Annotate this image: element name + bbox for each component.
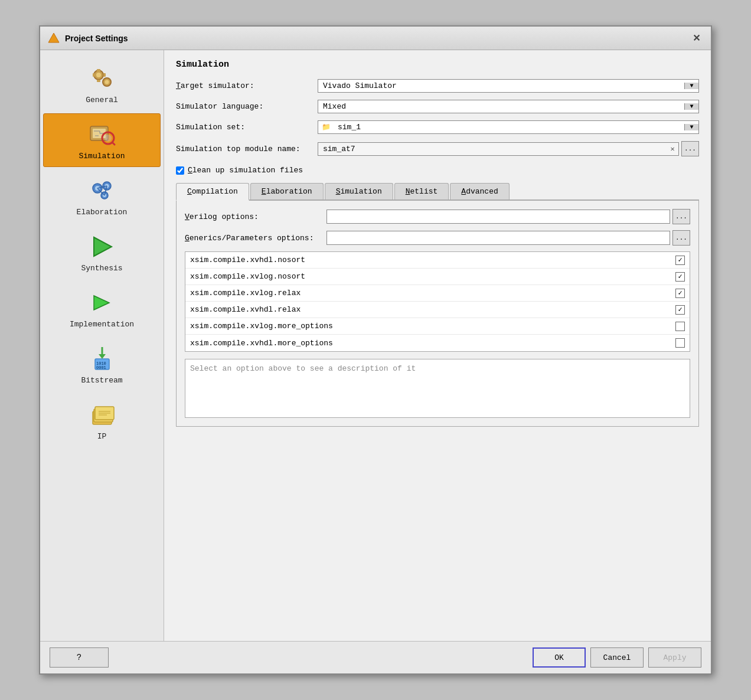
verilog-options-input[interactable] <box>326 210 670 224</box>
generics-options-input-wrapper: ... <box>326 230 690 246</box>
bottom-bar: ? OK Cancel Apply <box>40 641 711 673</box>
table-row[interactable]: xsim.compile.xvlog.relax <box>185 285 690 302</box>
generics-options-input[interactable] <box>326 231 670 245</box>
svg-point-4 <box>105 80 109 84</box>
sidebar-item-synthesis[interactable]: Synthesis <box>43 225 161 279</box>
description-area: Select an option above to see a descript… <box>185 359 690 418</box>
tab-advanced[interactable]: Advanced <box>450 183 509 199</box>
sidebar-item-general[interactable]: General <box>43 57 161 111</box>
tabs-bar: Compilation Elaboration Simulation Netli… <box>176 183 699 201</box>
title-bar: Project Settings ✕ <box>40 27 711 50</box>
cleanup-checkbox-label[interactable]: Clean up simulation files <box>188 166 303 175</box>
simulation-set-row: Simulation set: 📁 sim_1 ▼ <box>176 120 699 134</box>
generics-options-label: Generics/Parameters options: <box>185 234 326 243</box>
target-simulator-control: Vivado Simulator ▼ <box>318 79 699 93</box>
svg-marker-33 <box>99 354 106 359</box>
target-simulator-row: Target simulator: Vivado Simulator ▼ <box>176 79 699 93</box>
sidebar-item-simulation[interactable]: Simulation <box>43 113 161 167</box>
svg-point-2 <box>96 73 101 77</box>
simulator-language-value: Mixed <box>318 100 684 113</box>
option-checkbox-xvlog-relax[interactable] <box>675 289 685 298</box>
simulation-top-module-row: Simulation top module name: ✕ ... <box>176 141 699 156</box>
table-row[interactable]: xsim.compile.xvhdl.more_options <box>185 335 690 351</box>
sidebar-label-elaboration: Elaboration <box>77 208 128 217</box>
svg-text:0001: 0001 <box>96 365 106 370</box>
target-simulator-arrow[interactable]: ▼ <box>684 83 698 89</box>
simulation-set-arrow[interactable]: ▼ <box>684 124 698 130</box>
sim-set-folder-icon: 📁 <box>322 123 331 132</box>
svg-line-17 <box>112 142 115 145</box>
option-checkbox-xvhdl-nosort[interactable] <box>675 256 685 265</box>
ok-button[interactable]: OK <box>533 647 586 668</box>
verilog-options-browse-button[interactable]: ... <box>672 209 690 224</box>
project-settings-dialog: Project Settings ✕ <box>39 25 712 675</box>
svg-point-16 <box>105 135 112 142</box>
dialog-body: General <box>40 50 711 641</box>
sidebar-item-implementation[interactable]: Implementation <box>43 282 161 335</box>
sidebar-label-synthesis: Synthesis <box>81 264 122 273</box>
option-checkbox-xvlog-more[interactable] <box>675 322 685 331</box>
elaboration-icon <box>87 176 117 205</box>
simulator-language-control: Mixed ▼ <box>318 100 699 113</box>
option-checkbox-xvhdl-more[interactable] <box>675 338 685 348</box>
simulation-top-module-control: ✕ ... <box>318 141 699 156</box>
svg-rect-8 <box>103 73 106 77</box>
sidebar-item-bitstream[interactable]: 1010 0001 Bitstream <box>43 338 161 391</box>
vivado-icon <box>47 32 60 45</box>
simulator-language-row: Simulator language: Mixed ▼ <box>176 100 699 113</box>
simulator-language-select-wrapper[interactable]: Mixed ▼ <box>318 100 699 113</box>
tab-elaboration[interactable]: Elaboration <box>250 183 324 199</box>
verilog-options-row: Verilog options: ... <box>185 209 690 224</box>
sidebar-label-bitstream: Bitstream <box>81 376 122 385</box>
simulation-icon <box>87 120 117 149</box>
apply-button[interactable]: Apply <box>648 647 701 668</box>
simulator-language-arrow[interactable]: ▼ <box>684 103 698 110</box>
tab-content-compilation: Verilog options: ... Generics/Parameters… <box>176 201 699 427</box>
verilog-options-label: Verilog options: <box>185 212 326 221</box>
svg-rect-7 <box>93 73 95 77</box>
target-simulator-select-wrapper[interactable]: Vivado Simulator ▼ <box>318 79 699 93</box>
sidebar-label-simulation: Simulation <box>79 152 125 161</box>
svg-marker-0 <box>48 33 59 42</box>
sidebar-item-ip[interactable]: IP <box>43 394 161 447</box>
tab-simulation[interactable]: Simulation <box>325 183 393 199</box>
simulation-top-module-browse-button[interactable]: ... <box>681 141 699 156</box>
clear-input-button[interactable]: ✕ <box>667 143 678 155</box>
close-button[interactable]: ✕ <box>689 31 704 45</box>
sidebar-label-implementation: Implementation <box>70 320 134 329</box>
synthesis-icon <box>87 232 117 261</box>
simulator-language-label: Simulator language: <box>176 102 318 111</box>
tab-netlist[interactable]: Netlist <box>394 183 449 199</box>
table-row[interactable]: xsim.compile.xvlog.nosort <box>185 269 690 285</box>
option-checkbox-xvhdl-relax[interactable] <box>675 305 685 315</box>
svg-marker-28 <box>94 296 109 310</box>
table-row[interactable]: xsim.compile.xvlog.more_options <box>185 318 690 335</box>
simulation-top-module-input[interactable] <box>318 143 667 155</box>
generics-options-row: Generics/Parameters options: ... <box>185 230 690 246</box>
generics-options-browse-button[interactable]: ... <box>672 230 690 246</box>
main-content: Simulation Target simulator: Vivado Simu… <box>164 50 711 641</box>
option-checkbox-xvlog-nosort[interactable] <box>675 272 685 282</box>
bitstream-icon: 1010 0001 <box>87 344 117 374</box>
svg-rect-6 <box>97 80 100 82</box>
cleanup-checkbox[interactable] <box>176 166 184 175</box>
description-placeholder: Select an option above to see a descript… <box>190 364 416 373</box>
simulation-set-select-wrapper[interactable]: 📁 sim_1 ▼ <box>318 120 699 134</box>
table-row[interactable]: xsim.compile.xvhdl.relax <box>185 302 690 318</box>
sidebar-item-elaboration[interactable]: Elaboration <box>43 169 161 223</box>
cancel-button[interactable]: Cancel <box>590 647 644 668</box>
target-simulator-label: Target simulator: <box>176 81 318 90</box>
simulation-set-value: sim_1 <box>333 121 684 133</box>
tab-compilation[interactable]: Compilation <box>176 183 249 201</box>
simulation-set-control: 📁 sim_1 ▼ <box>318 120 699 134</box>
sidebar: General <box>40 50 164 641</box>
help-button[interactable]: ? <box>50 647 109 668</box>
dialog-title: Project Settings <box>65 34 689 43</box>
implementation-icon <box>87 288 117 318</box>
svg-rect-5 <box>97 69 100 71</box>
tabs-container: Compilation Elaboration Simulation Netli… <box>176 183 699 427</box>
verilog-options-input-wrapper: ... <box>326 209 690 224</box>
options-table: xsim.compile.xvhdl.nosort xsim.compile.x… <box>185 251 690 352</box>
table-row[interactable]: xsim.compile.xvhdl.nosort <box>185 252 690 269</box>
simulation-top-module-input-wrapper: ✕ <box>318 142 679 156</box>
